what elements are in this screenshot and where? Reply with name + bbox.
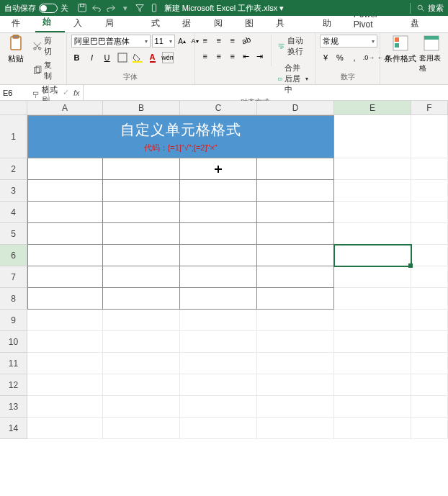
cell-D14[interactable]	[257, 418, 334, 439]
cell-F13[interactable]	[411, 396, 448, 418]
cell-A5[interactable]	[27, 223, 103, 245]
cell-F12[interactable]	[411, 374, 448, 396]
select-all-corner[interactable]	[0, 101, 27, 114]
name-box[interactable]: E6▾	[0, 85, 49, 100]
font-name-combo[interactable]: 阿里巴巴普惠体▾	[71, 35, 151, 48]
cell-B6[interactable]	[103, 245, 180, 266]
cell-D10[interactable]	[257, 331, 334, 353]
cell-B7[interactable]	[103, 266, 180, 288]
currency-icon[interactable]: ¥	[320, 52, 331, 63]
cell-C2[interactable]	[180, 158, 257, 180]
cell-A14[interactable]	[27, 418, 103, 439]
cell-E6[interactable]	[334, 245, 411, 266]
cell-D8[interactable]	[257, 288, 334, 310]
touch-icon[interactable]	[149, 3, 159, 13]
row-header-9[interactable]: 9	[0, 310, 27, 331]
align-right-icon[interactable]: ≡	[227, 50, 238, 62]
table-format-button[interactable]: 套用表格	[419, 35, 444, 73]
border-button[interactable]	[117, 52, 128, 63]
col-header-D[interactable]: D	[257, 101, 334, 114]
fill-handle[interactable]	[408, 263, 413, 268]
cell-C12[interactable]	[180, 374, 257, 396]
cell-E1[interactable]	[334, 115, 411, 158]
cell-B3[interactable]	[103, 180, 180, 202]
merged-title-cell[interactable]: 自定义单元格格式 代码：[=1]"√";[=2]"×"	[27, 115, 334, 158]
cell-A11[interactable]	[27, 353, 103, 374]
cell-F11[interactable]	[411, 353, 448, 374]
indent-left-icon[interactable]: ⇤	[241, 50, 252, 62]
cell-A3[interactable]	[27, 180, 103, 202]
cell-D6[interactable]	[257, 245, 334, 266]
cell-C10[interactable]	[180, 331, 257, 353]
cell-D4[interactable]	[257, 202, 334, 223]
paste-button[interactable]: 粘贴	[4, 35, 27, 64]
phonetic-button[interactable]: wén	[162, 52, 174, 63]
col-header-C[interactable]: C	[180, 101, 257, 114]
fill-color-button[interactable]	[132, 52, 143, 63]
fx-icon[interactable]: fx	[73, 89, 80, 97]
cell-E5[interactable]	[334, 223, 411, 245]
cell-F14[interactable]	[411, 418, 448, 439]
cell-F4[interactable]	[411, 202, 448, 223]
toggle-switch[interactable]	[39, 4, 58, 13]
cell-D11[interactable]	[257, 353, 334, 374]
col-header-B[interactable]: B	[103, 101, 180, 114]
cell-E10[interactable]	[334, 331, 411, 353]
row-header-12[interactable]: 12	[0, 374, 27, 396]
cell-E9[interactable]	[334, 310, 411, 331]
cell-E13[interactable]	[334, 396, 411, 418]
cell-B12[interactable]	[103, 374, 180, 396]
autosave-toggle[interactable]: 自动保存 关	[0, 3, 73, 14]
cell-A13[interactable]	[27, 396, 103, 418]
row-header-10[interactable]: 10	[0, 331, 27, 353]
cell-D2[interactable]	[257, 158, 334, 180]
row-header-2[interactable]: 2	[0, 158, 27, 180]
cell-A2[interactable]	[27, 158, 103, 180]
cell-B2[interactable]	[103, 158, 180, 180]
cell-F7[interactable]	[411, 266, 448, 288]
cell-A7[interactable]	[27, 266, 103, 288]
cell-E11[interactable]	[334, 353, 411, 374]
cell-F1[interactable]	[411, 115, 448, 158]
cell-E3[interactable]	[334, 180, 411, 202]
cell-D13[interactable]	[257, 396, 334, 418]
cell-B11[interactable]	[103, 353, 180, 374]
row-header-14[interactable]: 14	[0, 418, 27, 439]
cell-E12[interactable]	[334, 374, 411, 396]
underline-button[interactable]: U	[102, 52, 113, 63]
redo-icon[interactable]	[106, 3, 116, 13]
row-header-1[interactable]: 1	[0, 115, 27, 158]
cancel-icon[interactable]: ✕	[52, 88, 58, 97]
enter-icon[interactable]: ✓	[63, 88, 69, 97]
cell-D5[interactable]	[257, 223, 334, 245]
cell-E7[interactable]	[334, 266, 411, 288]
search-box[interactable]: 搜索	[410, 3, 444, 14]
bold-button[interactable]: B	[71, 52, 83, 63]
cell-F10[interactable]	[411, 331, 448, 353]
col-header-F[interactable]: F	[411, 101, 448, 114]
cell-C11[interactable]	[180, 353, 257, 374]
align-bottom-icon[interactable]: ≡	[227, 35, 238, 46]
cell-C4[interactable]	[180, 202, 257, 223]
italic-button[interactable]: I	[86, 52, 98, 63]
cell-B8[interactable]	[103, 288, 180, 310]
cell-A10[interactable]	[27, 331, 103, 353]
cell-F5[interactable]	[411, 223, 448, 245]
percent-icon[interactable]: %	[334, 52, 346, 63]
indent-right-icon[interactable]: ⇥	[254, 50, 266, 62]
orientation-icon[interactable]: ab	[238, 33, 254, 48]
row-header-4[interactable]: 4	[0, 202, 27, 223]
cell-F2[interactable]	[411, 158, 448, 180]
align-center-icon[interactable]: ≡	[213, 50, 225, 62]
cell-D9[interactable]	[257, 310, 334, 331]
cell-A4[interactable]	[27, 202, 103, 223]
cell-F6[interactable]	[411, 245, 448, 266]
cell-B4[interactable]	[103, 202, 180, 223]
align-left-icon[interactable]: ≡	[200, 50, 211, 62]
col-header-E[interactable]: E	[334, 101, 411, 114]
save-icon[interactable]	[77, 3, 87, 13]
cell-D3[interactable]	[257, 180, 334, 202]
wrap-text-button[interactable]: 自动换行	[276, 35, 310, 58]
cell-B14[interactable]	[103, 418, 180, 439]
cell-C14[interactable]	[180, 418, 257, 439]
